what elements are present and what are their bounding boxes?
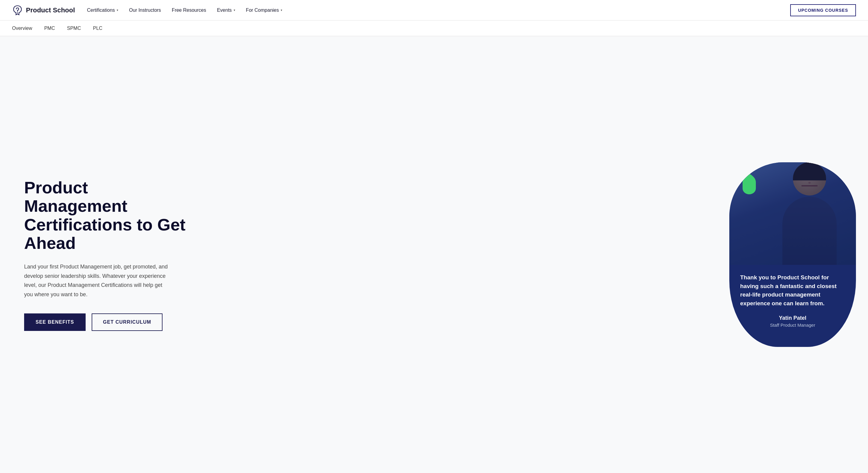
nav-links: Certifications ▾ Our Instructors Free Re… [87,7,790,13]
nav-free-resources[interactable]: Free Resources [172,7,206,13]
navbar: Product School Certifications ▾ Our Inst… [0,0,868,21]
hero-description: Land your first Product Management job, … [24,262,169,299]
subnav-spmc[interactable]: SPMC [67,26,81,31]
hero-buttons: SEE BENEFITS GET CURRICULUM [24,314,187,331]
nav-instructors[interactable]: Our Instructors [129,7,161,13]
main-content: Product Management Certifications to Get… [0,36,868,473]
testimonial-photo [729,162,856,265]
testimonial-card: Thank you to Product School for having s… [729,162,856,347]
certifications-chevron-icon: ▾ [117,8,118,12]
subnav: Overview PMC SPMC PLC [0,21,868,36]
nav-certifications[interactable]: Certifications ▾ [87,7,118,13]
brand-name: Product School [26,6,75,14]
subnav-pmc[interactable]: PMC [44,26,55,31]
subnav-plc[interactable]: PLC [93,26,102,31]
nav-for-companies[interactable]: For Companies ▾ [246,7,282,13]
svg-point-1 [17,12,18,13]
brand-logo[interactable]: Product School [12,5,75,16]
hero-right: Thank you to Product School for having s… [729,162,856,347]
testimonial-author-name: Yatin Patel [740,315,845,321]
upcoming-courses-button[interactable]: UPCOMING COURSES [790,4,856,16]
events-chevron-icon: ▾ [234,8,235,12]
hero-title: Product Management Certifications to Get… [24,178,187,253]
product-school-mark [740,173,758,195]
companies-chevron-icon: ▾ [281,8,282,12]
testimonial-body: Thank you to Product School for having s… [729,265,856,332]
testimonial-quote: Thank you to Product School for having s… [740,273,845,308]
nav-events[interactable]: Events ▾ [217,7,235,13]
brand-logo-icon [12,5,23,16]
testimonial-author-role: Staff Product Manager [740,323,845,328]
hero-left: Product Management Certifications to Get… [24,178,187,331]
get-curriculum-button[interactable]: GET CURRICULUM [92,314,163,331]
testimonial-author: Yatin Patel Staff Product Manager [740,315,845,328]
see-benefits-button[interactable]: SEE BENEFITS [24,314,86,331]
subnav-overview[interactable]: Overview [12,26,32,31]
